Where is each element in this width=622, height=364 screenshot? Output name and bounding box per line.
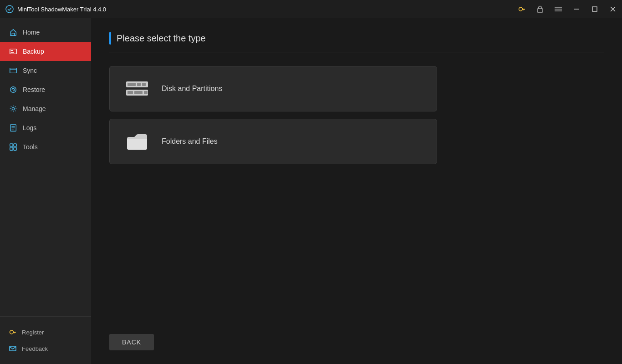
disk-icon-container	[123, 77, 151, 100]
window-controls	[513, 0, 622, 18]
title-accent	[109, 32, 111, 45]
app-title: MiniTool ShadowMaker Trial 4.4.0	[5, 5, 106, 13]
svg-rect-24	[10, 144, 13, 147]
svg-rect-10	[592, 7, 597, 11]
app-body: Home Backup Sync	[0, 18, 622, 364]
svg-rect-34	[127, 83, 136, 86]
tools-icon	[9, 143, 17, 151]
svg-rect-5	[537, 9, 543, 12]
svg-point-28	[10, 330, 14, 334]
manage-icon	[9, 105, 17, 113]
logs-icon	[9, 124, 17, 132]
folder-icon-container	[123, 130, 151, 153]
maximize-btn[interactable]	[586, 0, 604, 18]
home-icon	[9, 28, 17, 36]
app-logo-icon	[5, 5, 14, 13]
svg-rect-26	[10, 147, 13, 150]
svg-rect-27	[14, 147, 16, 150]
title-bar: MiniTool ShadowMaker Trial 4.4.0	[0, 0, 622, 18]
sidebar-item-register[interactable]: Register	[0, 324, 91, 340]
menu-icon	[555, 6, 562, 12]
svg-rect-36	[142, 83, 146, 86]
backup-icon	[9, 47, 17, 56]
sidebar-item-backup[interactable]: Backup	[0, 42, 91, 61]
disk-partitions-card[interactable]: Disk and Partitions	[109, 66, 437, 111]
svg-rect-25	[14, 144, 16, 147]
minimize-btn[interactable]	[567, 0, 586, 18]
content-bottom: BACK	[109, 325, 604, 350]
svg-point-19	[12, 107, 14, 110]
svg-rect-13	[10, 49, 16, 54]
svg-point-1	[519, 7, 523, 11]
svg-rect-35	[137, 83, 141, 86]
sidebar-item-sync[interactable]: Sync	[0, 61, 91, 80]
restore-icon	[9, 86, 17, 94]
close-icon	[610, 6, 616, 12]
sidebar-item-restore[interactable]: Restore	[0, 80, 91, 99]
disk-partitions-label: Disk and Partitions	[162, 85, 222, 93]
register-key-icon	[9, 329, 16, 336]
type-cards: Disk and Partitions Folders and Files	[109, 66, 604, 164]
sidebar-nav: Home Backup Sync	[0, 23, 91, 316]
svg-rect-32	[10, 346, 16, 351]
sidebar-item-feedback[interactable]: Feedback	[0, 340, 91, 357]
minimize-icon	[574, 9, 579, 10]
svg-rect-16	[10, 68, 16, 73]
sync-icon	[9, 66, 17, 75]
feedback-email-icon	[9, 345, 16, 352]
lock-icon-btn[interactable]	[531, 0, 549, 18]
content-area: Please select the type	[91, 18, 622, 364]
svg-rect-14	[11, 50, 13, 51]
svg-rect-38	[127, 91, 133, 94]
folders-files-card[interactable]: Folders and Files	[109, 119, 437, 164]
page-title: Please select the type	[117, 33, 206, 44]
svg-point-18	[10, 87, 16, 93]
sidebar-item-tools[interactable]: Tools	[0, 137, 91, 157]
back-button[interactable]: BACK	[109, 334, 154, 350]
svg-rect-15	[11, 52, 14, 53]
disk-partitions-icon	[125, 79, 149, 99]
sidebar-bottom: Register Feedback	[0, 316, 91, 364]
key-icon-btn[interactable]	[513, 0, 531, 18]
sidebar: Home Backup Sync	[0, 18, 91, 364]
page-title-row: Please select the type	[109, 32, 604, 52]
menu-icon-btn[interactable]	[549, 0, 567, 18]
sidebar-item-manage[interactable]: Manage	[0, 99, 91, 118]
maximize-icon	[592, 6, 597, 12]
svg-rect-40	[144, 91, 148, 94]
lock-icon	[537, 5, 543, 13]
key-icon	[518, 5, 525, 13]
svg-rect-39	[134, 91, 143, 94]
sidebar-item-home[interactable]: Home	[0, 23, 91, 42]
close-btn[interactable]	[604, 0, 622, 18]
svg-point-0	[6, 5, 13, 13]
sidebar-item-logs[interactable]: Logs	[0, 118, 91, 137]
folders-files-icon	[125, 131, 149, 152]
folders-files-label: Folders and Files	[162, 137, 218, 146]
